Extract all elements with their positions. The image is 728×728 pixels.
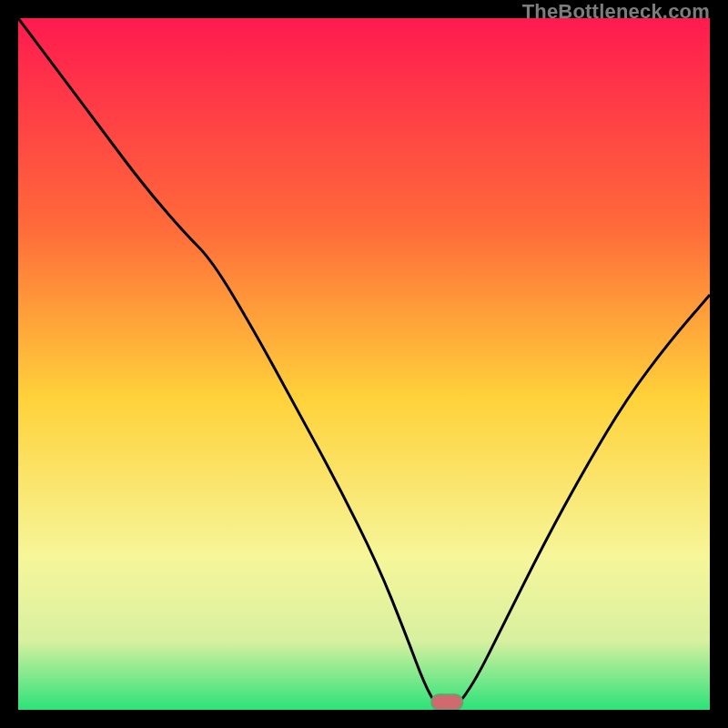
optimal-marker <box>431 694 462 710</box>
plot-area <box>18 18 710 710</box>
chart-frame: TheBottleneck.com <box>0 0 728 728</box>
bottleneck-chart <box>18 18 710 710</box>
gradient-background <box>18 18 710 710</box>
